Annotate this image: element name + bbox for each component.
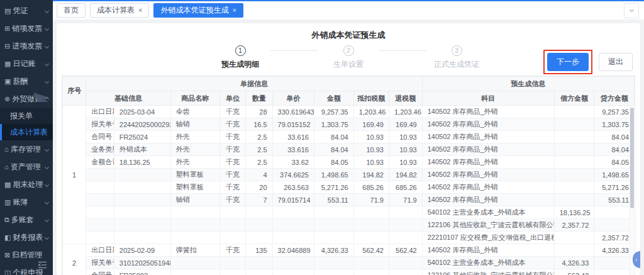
exit-button[interactable]: 退出 <box>599 53 633 71</box>
col-header-qty: 数量 <box>245 91 272 106</box>
next-step-button[interactable]: 下一步 <box>547 53 589 71</box>
cell-amount: 5,271.26 <box>314 181 353 194</box>
cell-unit <box>219 206 245 219</box>
col-header-unit: 单位 <box>219 91 245 106</box>
tab-home[interactable]: 首页 <box>57 3 86 18</box>
vertical-scrollbar[interactable] <box>630 106 635 275</box>
close-icon[interactable]: × <box>138 7 142 14</box>
sidebar-item-label: 报关单 <box>10 111 33 121</box>
sidebar-item-voucher[interactable]: ▤凭证 <box>0 2 53 20</box>
cell-account: 140502 库存商品_外销 <box>422 106 554 118</box>
cell-unit: 千克 <box>219 106 245 118</box>
cell-basic-label: 合同号 <box>86 131 114 143</box>
step-connector <box>270 50 318 51</box>
cell-amount <box>314 269 353 275</box>
cell-basic-value: FR25002 <box>114 269 170 275</box>
sidebar-collapse-icon[interactable] <box>38 261 47 271</box>
table-row: 合同号FR25024外壳千克2.533.61684.0410.9310.9314… <box>63 131 635 143</box>
cell-amount <box>314 257 353 269</box>
cell-basic-label: 出口日期 <box>86 106 114 118</box>
sidebar-item-label: 归档管理 <box>12 250 42 261</box>
sidebar-item-period-end[interactable]: ▩期末处理 <box>0 176 53 193</box>
tab-dropdown-button[interactable] <box>624 3 639 18</box>
cell-account: 540102 主营业务成本_外销成本 <box>422 257 554 269</box>
cell-credit: 1,498.65 <box>594 169 635 181</box>
cell-product: 弹簧扣 <box>170 244 219 257</box>
sidebar-item-financial-report[interactable]: ◧财务报表 <box>0 228 53 246</box>
cell-product: 外壳 <box>170 156 219 169</box>
cell-deduct <box>353 232 389 244</box>
sidebar-item-foreign-trade[interactable]: ⊕外贸做账 <box>0 90 53 108</box>
cell-account: 140502 库存商品_外销 <box>422 169 554 181</box>
cell-unit: 千克 <box>219 156 245 169</box>
cell-deduct: 1,203.46 <box>353 106 389 118</box>
sidebar-item-payroll[interactable]: ▣薪酬 <box>0 72 53 90</box>
cell-account: 22210107 应交税费_应交增值税_出口退税 <box>422 232 554 244</box>
cell-debit <box>554 169 594 181</box>
cell-qty <box>245 232 272 244</box>
journal-icon: ▦ <box>4 60 11 68</box>
cell-unit <box>219 232 245 244</box>
cell-price: 374.6625 <box>272 169 314 181</box>
sidebar-item-asset[interactable]: ⌂资产管理 <box>0 158 53 176</box>
cell-unit: 千克 <box>219 118 245 131</box>
main-area: 首页成本计算表×外销成本凭证预生成× 外销成本凭证预生成 1预生成明细2生单设置… <box>53 0 644 275</box>
scrollbar-thumb[interactable] <box>630 108 634 208</box>
sidebar-item-label: 多账套 <box>11 215 34 225</box>
sidebar-item-cost-sheet[interactable]: 成本计算表 <box>0 124 53 140</box>
financial-report-icon: ◧ <box>4 233 11 242</box>
cell-account: 140502 库存商品_外销 <box>422 143 554 156</box>
sidebar-item-sales-invoice[interactable]: ⊞销项发票 <box>0 20 53 37</box>
table-row: 22210107 应交税费_应交增值税_出口退税2,357.72 <box>63 232 635 244</box>
col-group-document-info: 单据信息 <box>86 77 422 91</box>
cell-deduct: 10.93 <box>353 156 389 169</box>
chevron-down-icon <box>45 182 49 186</box>
cell-unit: 千克 <box>219 143 245 156</box>
cell-product: 塑料罩板 <box>170 169 219 181</box>
cell-qty <box>245 269 272 275</box>
cell-debit <box>554 106 594 118</box>
col-header-price: 单价 <box>272 91 314 106</box>
cell-basic-label: 出口日期 <box>86 244 114 257</box>
sidebar-item-ledger[interactable]: ▥账簿 <box>0 193 53 211</box>
cell-basic-label: 报关单号 <box>86 257 114 269</box>
step-number: 2 <box>343 45 354 56</box>
cell-basic-label: 金额合计 <box>86 156 114 169</box>
cell-basic-value: 224420250002928... <box>114 118 170 131</box>
cell-price <box>272 206 314 219</box>
cell-credit <box>594 257 635 269</box>
stepper: 1预生成明细2生单设置3正式生成凭证 <box>210 45 487 70</box>
sidebar-item-label: 进项发票 <box>12 41 42 52</box>
sidebar-item-purchase-invoice[interactable]: ⊟进项发票 <box>0 37 53 55</box>
chevron-down-icon <box>45 79 49 83</box>
cell-credit <box>594 206 635 219</box>
tab-presale-voucher[interactable]: 外销成本凭证预生成× <box>153 3 243 18</box>
cell-account: 140502 库存商品_外销 <box>422 181 554 194</box>
cell-debit <box>554 143 594 156</box>
cell-product <box>170 232 219 244</box>
cell-unit: 千克 <box>219 181 245 194</box>
cell-refund <box>389 206 422 219</box>
sidebar-item-customs-declaration[interactable]: 报关单 <box>0 108 53 124</box>
col-header-seq: 序号 <box>63 77 86 106</box>
step-1: 1预生成明细 <box>210 45 270 70</box>
cell-refund: 10.93 <box>389 131 422 143</box>
sidebar-item-multi-ledger[interactable]: ⧉多账套 <box>0 211 53 228</box>
tab-cost-sheet[interactable]: 成本计算表× <box>90 3 149 18</box>
cell-account: 140502 库存商品_外销 <box>422 118 554 131</box>
cell-account: 140502 库存商品_外销 <box>422 156 554 169</box>
chevron-down-icon <box>45 235 49 239</box>
cell-credit: 84.05 <box>594 156 635 169</box>
sidebar-item-journal[interactable]: ▦日记账 <box>0 55 53 72</box>
cell-amount: 553.11 <box>314 194 353 206</box>
cell-credit: 5,271.26 <box>594 181 635 194</box>
cell-basic-label <box>86 194 114 206</box>
cell-price <box>272 219 314 232</box>
period-end-icon: ▩ <box>4 181 11 189</box>
close-icon[interactable]: × <box>232 7 236 14</box>
cell-debit: 2,357.72 <box>554 219 594 232</box>
sidebar-item-inventory[interactable]: ⌂库存管理 <box>0 140 53 158</box>
table-row: 540102 主营业务成本_外销成本18,136.25 <box>63 206 635 219</box>
chevron-down-icon <box>45 164 49 169</box>
cell-basic-label: 报关单号 <box>86 118 114 131</box>
